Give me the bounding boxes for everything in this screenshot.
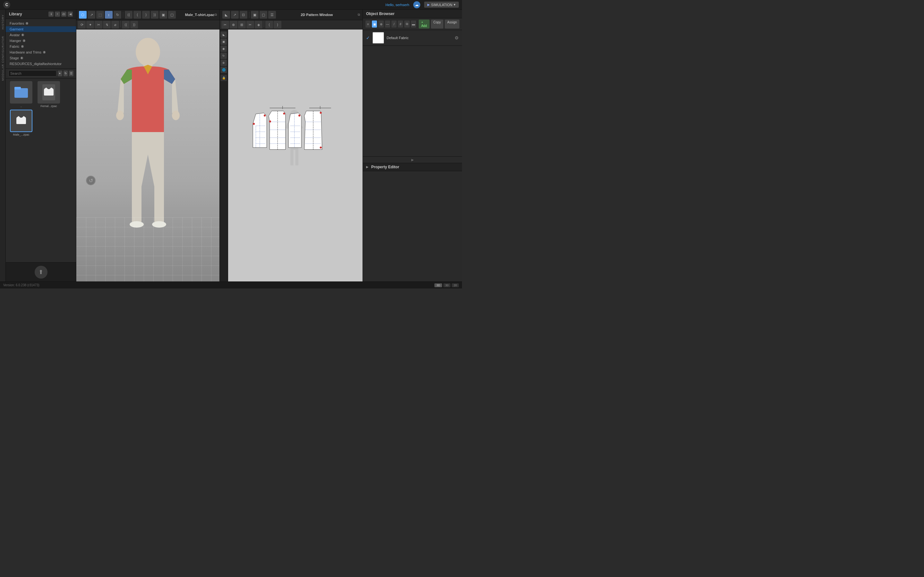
nav-item-hardware[interactable]: Hardware and Trims ℹ [6,49,76,55]
cloud-sync-icon[interactable]: ☁ [413,1,420,8]
tool-b1[interactable]: ⟳ [78,21,86,29]
ob-tab-list[interactable]: ≡ [365,21,371,27]
nav-item-favorites[interactable]: Favorites ℹ [6,21,76,26]
svg-point-46 [320,112,321,114]
fabric-settings-icon[interactable]: ⚙ [455,35,459,40]
property-collapse-btn[interactable]: ▶ [366,165,368,169]
tool-move[interactable]: ↕ [105,11,113,19]
ob-tab-fabric[interactable]: ▣ [372,21,377,27]
history-label: HISTORY [1,15,5,29]
nav-item-hanger[interactable]: Hanger ℹ [6,38,76,44]
tool-2d-r1[interactable]: ✂ [221,21,229,29]
fabric-check-icon: ✓ [366,35,370,40]
ob-tab-slash[interactable]: / [391,21,397,27]
svg-point-25 [264,114,266,116]
nav-item-fabric[interactable]: Fabric ℹ [6,44,76,49]
tool-anim6[interactable]: ▢ [168,11,176,19]
tool-2d-r6[interactable]: ⟨ [265,21,273,29]
library-info-btn[interactable]: ℹ [48,11,53,17]
ob-tab-ruler[interactable]: ▬ [411,21,416,27]
ob-tab-hash[interactable]: # [398,21,403,27]
ob-expand-btn[interactable]: ▶ [411,158,414,161]
tool-2d-r7[interactable]: ⟩ [274,21,281,29]
fabric-item[interactable]: ✓ Default Fabric ⚙ [363,30,462,46]
search-refresh-btn[interactable]: ↻ [63,71,68,76]
viewport-3d: ⬡ ↗ ⬚ ↕ ↻ ⟨⟨ ⟨ ⟩ ⟩⟩ ▣ ▢ Male_T-shirt.zpa… [76,10,220,282]
upload-button[interactable]: ⬆ [35,266,47,279]
canvas-2d[interactable]: ◣ ▣ ◉ ↻ ⊕ 🌐 🔒 [220,29,363,282]
tool-2d-3[interactable]: ⊡ [240,11,247,19]
tool-arrow[interactable]: ↗ [87,11,95,19]
svg-point-16 [172,111,180,120]
tool-b4[interactable]: ↯ [103,21,111,29]
tool-anim4[interactable]: ⟩⟩ [151,11,158,19]
svg-rect-10 [132,103,164,132]
nav-item-resources[interactable]: RESOURCES_digitalfashiontutor [6,61,76,67]
left-tool-1[interactable]: ◣ [220,31,227,38]
viewport-3d-header: ⬡ ↗ ⬚ ↕ ↻ ⟨⟨ ⟨ ⟩ ⟩⟩ ▣ ▢ Male_T-shirt.zpa… [76,10,220,20]
tool-2d-4[interactable]: ▣ [251,11,258,19]
left-tool-4[interactable]: ↻ [220,53,227,59]
tool-select[interactable]: ⬡ [79,11,87,19]
tool-anim3[interactable]: ⟩ [142,11,150,19]
tool-2d-r2[interactable]: ⊕ [230,21,237,29]
tool-2d-r3[interactable]: ⊞ [238,21,246,29]
tool-2d-5[interactable]: ▢ [260,11,267,19]
tool-anim1[interactable]: ⟨⟨ [125,11,132,19]
viewport-3d-expand[interactable]: ⧉ [215,13,217,17]
toolbar-row2: ⟳ ✦ ✂ ↯ ⌀ ⟨⟨ ⟩⟩ [76,20,220,29]
nav-item-garment[interactable]: Garment [6,26,76,32]
tool-b2[interactable]: ✦ [86,21,94,29]
tool-b3[interactable]: ✂ [95,21,102,29]
svg-rect-11 [132,187,142,222]
viewport-2d-expand[interactable]: ⧉ [358,13,360,17]
library-add-btn[interactable]: + [55,11,60,17]
left-tool-3[interactable]: ◉ [220,45,227,52]
search-dropdown-btn[interactable]: ▾ [58,71,62,76]
library-search-input[interactable] [8,70,57,77]
tool-b5[interactable]: ⌀ [111,21,119,29]
simulation-button[interactable]: ▶ SIMULATION ▾ [424,2,459,8]
left-tool-5[interactable]: ⊕ [220,60,227,66]
nav-item-stage[interactable]: Stage ℹ [6,55,76,61]
tool-2d-r5[interactable]: ◈ [255,21,262,29]
canvas-3d[interactable]: ↺ [76,29,220,282]
tool-2d-6[interactable]: ☰ [268,11,276,19]
tool-2d-r4[interactable]: ✂ [246,21,254,29]
ob-add-btn[interactable]: + Add [419,19,430,29]
ob-expand-row: ▶ [363,156,462,163]
ob-tab-add[interactable]: ⊕ [378,21,383,27]
view-btn-20[interactable]: 20 [452,284,459,287]
library-title: Library [9,12,22,16]
right-panel: Object Browser ≡ ▣ ⊕ — / # ⧉ ▬ + Add Cop… [363,10,462,282]
library-folder-btn[interactable]: 🗁 [61,11,66,17]
list-item[interactable]: Male_...zpac [8,110,34,136]
property-editor-header: ▶ Property Editor [363,163,462,171]
tool-marquee[interactable]: ⬚ [96,11,104,19]
tool-b6[interactable]: ⟨⟨ [122,21,129,29]
tool-2d-2[interactable]: ↗ [231,11,239,19]
tool-anim5[interactable]: ▣ [160,11,167,19]
svg-rect-0 [15,88,28,98]
top-bar: C Hello, serhserh ☁ ▶ SIMULATION ▾ [0,0,462,10]
fabric-name: Default Fabric [387,36,452,40]
nav-item-avatar[interactable]: Avatar ℹ [6,32,76,38]
list-item[interactable]: .. [8,81,34,108]
ob-tab-copy2[interactable]: ⧉ [404,21,409,27]
view-btn-30[interactable]: 30 [443,284,451,287]
ob-tab-dash[interactable]: — [385,21,390,27]
library-collapse-btn[interactable]: ◀ [68,11,73,17]
tool-rotate[interactable]: ↻ [113,11,121,19]
view-btn-3d[interactable]: 3D [435,284,442,287]
left-tool-2[interactable]: ▣ [220,39,227,45]
left-tool-6[interactable]: 🌐 [220,67,227,73]
modular-label: MODULAR CONFIGURATOR [1,36,5,81]
left-tool-7[interactable]: 🔒 [220,75,227,81]
list-item[interactable]: Femal...zpac [36,81,61,108]
tool-anim2[interactable]: ⟨ [134,11,141,19]
tool-b7[interactable]: ⟩⟩ [130,21,138,29]
tool-2d-1[interactable]: ◣ [222,11,230,19]
search-list-btn[interactable]: ☰ [69,71,73,76]
ob-assign-btn[interactable]: Assign [445,19,459,29]
ob-copy-btn[interactable]: Copy [431,19,443,29]
